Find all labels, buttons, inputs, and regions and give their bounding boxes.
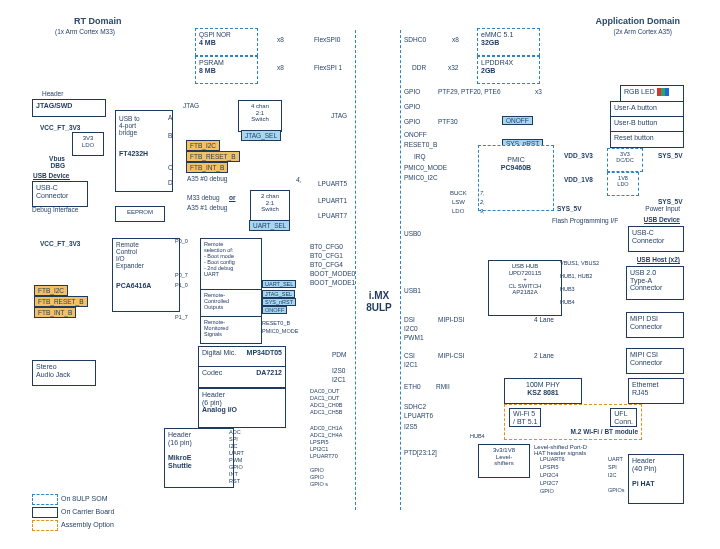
hat-i2c: I2C [608, 472, 617, 478]
wifi-chip: Wi-Fi 5/ BT 5.1 [509, 408, 541, 427]
bt0-cfg0: BT0_CFG0 [310, 243, 343, 250]
hat-uart: UART [608, 456, 623, 462]
port-d: D [168, 179, 173, 186]
sdhc0-label: SDHC0 [404, 36, 426, 43]
ptf30-lbl: PTF30 [438, 118, 458, 125]
analog-io-label: Analog I/O [202, 406, 237, 413]
remote-mon-box: Remote-MonitoredSignals [200, 316, 262, 344]
2lane: 2 Lane [534, 352, 554, 359]
usb-c-connector-2: USB-CConnector [628, 226, 684, 252]
emmc-box: eMMC 5.1 32GB [477, 28, 540, 56]
mik-int: INT [229, 471, 238, 477]
dm-title: Digital Mic. [202, 349, 236, 356]
power-input: Power Input [645, 205, 680, 212]
pmic-buck: BUCK [450, 190, 467, 196]
codec-title: Codec [202, 369, 222, 376]
qspi-bus: x8 [277, 36, 284, 43]
mik-gpio-if1: GPIO [310, 467, 324, 473]
qspi-nor-box: QSPI NOR 4 MB [195, 28, 258, 56]
bt0-cfg4: BT0_CFG4 [310, 261, 343, 268]
ftb-reset-chip-2: FTB_RESET_B [34, 296, 88, 307]
som-right-line [400, 30, 401, 510]
usb-device-label-1: USB Device [33, 172, 70, 180]
app-domain-title: Application Domain [595, 16, 680, 26]
mik-gpio-if2: GPIO [310, 474, 324, 480]
usb1-lbl: USB1 [404, 287, 421, 294]
pmic-box: PMIC PC9460B [478, 145, 554, 211]
m2-module-box: Wi-Fi 5/ BT 5.1 UFLConn. M.2 Wi-Fi / BT … [504, 404, 642, 440]
psram-bus: x8 [277, 64, 284, 71]
port-b: B [168, 132, 172, 139]
adc1-ch4a: ADC1_CH4A [310, 432, 342, 438]
ufl-conn: UFLConn. [610, 408, 637, 427]
flash-prog-if: Flash Programming I/F [552, 217, 618, 224]
emmc-title: eMMC 5.1 [481, 31, 513, 38]
sdhc2-lbl: SDHC2 [404, 403, 426, 410]
onoff-chip-1: ONOFF [262, 306, 287, 314]
debug-interface-label: Debug Interface [32, 206, 78, 213]
analog-header-box: Header(6 pin)Analog I/O [198, 388, 286, 428]
ioexp-desc: RemoteControlI/OExpander [116, 241, 176, 270]
vcc-ft-3v3-2: VCC_FT_3V3 [40, 240, 80, 247]
p0-7: P0_7 [175, 272, 188, 278]
adc0-ch1a: ADC0_CH1A [310, 425, 342, 431]
pihat-label: Pi HAT [632, 480, 654, 487]
onoff-lbl: ONOFF [404, 131, 427, 138]
app-domain-sub: (2x Arm Cortex A35) [613, 28, 672, 35]
jtag-header-label: Header [42, 90, 63, 97]
codec-box: Codec DA7212 [198, 366, 286, 388]
ddr-label: DDR [412, 64, 426, 71]
usb-c-connector-1: USB-CConnector [32, 181, 88, 207]
pmic-lsw: LSW [452, 199, 465, 205]
sys-5v-3: SYS_5V [557, 205, 582, 212]
eth-rj45: EthernetRJ45 [628, 378, 684, 404]
gpio-lbl-2: GPIO [404, 103, 420, 110]
mik-uart: UART [229, 450, 244, 456]
hat-gpio: GPIO [540, 488, 554, 494]
adc1-ch0b: ADC1_CH0B [310, 402, 342, 408]
p1-0: P1_0 [175, 282, 188, 288]
jtag-sel-chip-1: JTAG_SEL [241, 130, 281, 141]
mipi-dsi: MIPI-DSI [438, 316, 464, 323]
lpuart7-label: LPUART7 [318, 212, 347, 219]
eth0-lbl: ETH0 [404, 383, 421, 390]
psram-box: PSRAM 8 MB [195, 56, 258, 84]
ptf29-lbl: PTF29, PTF20, PTE6 [438, 88, 501, 95]
mik-pwm: PWM [229, 457, 242, 463]
vdd-3v3: VDD_3V3 [564, 152, 593, 159]
pwm1-lbl: PWM1 [404, 334, 424, 341]
rt-domain-title: RT Domain [74, 16, 122, 26]
pihat-header-box: Header(40 Pin)Pi HAT [628, 454, 684, 504]
sys-5v-2: SYS_5V [658, 198, 683, 205]
vdd-1v8: VDD_1V8 [564, 176, 593, 183]
mipi-dsi-conn: MIPI DSIConnector [626, 312, 684, 338]
pmic0-i2c-lbl: PMIC0_I2C [404, 174, 438, 181]
jtag-if-label: JTAG [331, 112, 347, 119]
ioexp-box: RemoteControlI/OExpander PCA6416A [112, 238, 180, 312]
legend-som: On 8ULP SOM [32, 494, 108, 505]
pmic-2: 2, [480, 199, 485, 205]
usb-typea-box: USB 2.0Type-AConnector [626, 266, 684, 300]
lpuart6-lbl: LPUART6 [404, 412, 433, 419]
remote-selection-box: Remoteselection of:- Boot mode- Boot con… [200, 238, 262, 292]
lpddr-size: 2GB [481, 67, 495, 74]
vcc-ft-3v3-1: VCC_FT_3V3 [40, 124, 80, 131]
hat-lpi2c4: LPI2C4 [540, 472, 558, 478]
bt0-cfg1: BT0_CFG1 [310, 252, 343, 259]
irq-lbl: IRQ [414, 153, 426, 160]
legend-asm: Assembly Option [32, 520, 114, 531]
onoff-chip-2: ONOFF [502, 116, 533, 125]
usb-device-label-2: USB Device [644, 216, 681, 224]
mikroe-box: Header(16 pin)MikroEShuttle [164, 428, 234, 488]
jtag-wire-label: JTAG [183, 102, 199, 109]
hat-lpuart6: LPUART6 [540, 456, 565, 462]
rgb-led-label: RGB LED [624, 88, 655, 95]
soc-chip-label: i.MX8ULP [359, 290, 399, 314]
phy-chip: KSZ 8081 [527, 389, 559, 396]
i2c1-label-codec: I2C1 [332, 376, 346, 383]
legend-carrier: On Carrier Board [32, 507, 114, 518]
3v3-ldo-1: 3V3LDO [72, 132, 104, 156]
hub4-1: HUB4 [560, 299, 575, 305]
emmc-bus: x8 [452, 36, 459, 43]
psram-title: PSRAM [199, 59, 224, 66]
